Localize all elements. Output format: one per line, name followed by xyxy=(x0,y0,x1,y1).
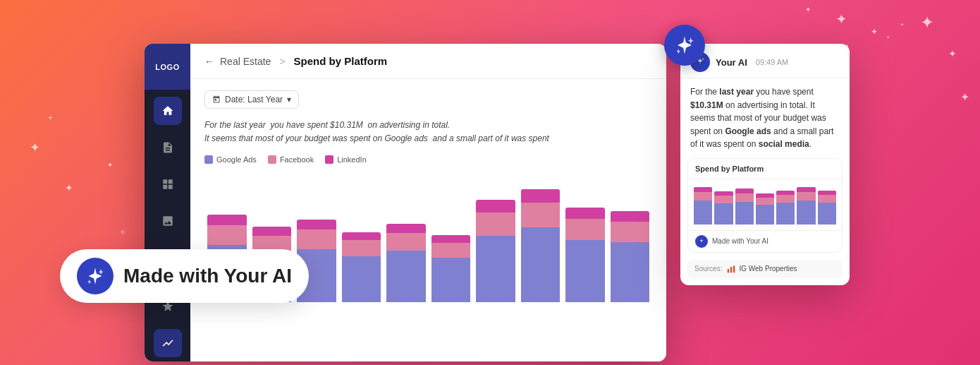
sidebar-item-grid[interactable] xyxy=(154,170,182,198)
sidebar-item-image[interactable] xyxy=(154,207,182,235)
filter-label: Date: Last Year xyxy=(225,95,283,104)
chart-legend: Google Ads Facebook LinkedIn xyxy=(204,155,652,164)
badge-sparkle-icon xyxy=(85,266,105,286)
badge-icon xyxy=(77,258,114,294)
mini-sparkle-icon xyxy=(698,238,705,245)
mini-google-seg xyxy=(776,203,795,225)
breadcrumb-current: Spend by Platform xyxy=(294,55,388,67)
sources-label: Sources: xyxy=(694,265,722,273)
bar-group-6 xyxy=(476,200,515,302)
mini-bar-group-5 xyxy=(797,187,815,225)
mini-bar-group-6 xyxy=(818,191,836,225)
date-filter[interactable]: Date: Last Year ▾ xyxy=(204,90,299,109)
bar-group-8 xyxy=(565,208,605,302)
legend-label-linkedin: LinkedIn xyxy=(337,155,367,164)
legend-label-google: Google Ads xyxy=(216,155,257,164)
mini-chart-title: Spend by Platform xyxy=(688,159,842,179)
mini-facebook-seg xyxy=(756,198,774,205)
sparkle-deco-9: ✦ xyxy=(65,182,73,193)
sparkle-deco-1: ✦ xyxy=(835,11,847,28)
sidebar-item-home[interactable] xyxy=(154,97,182,125)
chat-timestamp: 09:49 AM xyxy=(756,58,788,66)
svg-rect-2 xyxy=(733,265,735,273)
sidebar-logo: LOGO xyxy=(145,44,190,90)
badge-text: Made with Your AI xyxy=(123,265,292,287)
linkedin-segment xyxy=(521,189,561,203)
google-segment xyxy=(431,258,471,302)
breadcrumb-separator: > xyxy=(279,56,285,67)
logo-text: LOGO xyxy=(155,63,179,71)
main-content: ← Real Estate > Spend by Platform Date: … xyxy=(190,44,666,361)
sparkle-deco-5: ✦ xyxy=(805,6,811,13)
chat-message: For the last year you have spent $10.31M… xyxy=(680,78,850,158)
mini-google-seg xyxy=(714,203,733,225)
facebook-segment xyxy=(297,229,336,249)
sparkle-deco-3: ✦ xyxy=(920,13,934,32)
breadcrumb-parent: Real Estate xyxy=(220,56,271,67)
page-header: ← Real Estate > Spend by Platform xyxy=(190,44,666,79)
linkedin-segment xyxy=(252,227,292,236)
google-segment xyxy=(565,240,605,302)
linkedin-segment xyxy=(342,232,381,240)
mini-google-seg xyxy=(756,205,774,225)
document-icon xyxy=(161,141,174,154)
ai-orbit-button[interactable] xyxy=(664,25,705,66)
google-segment xyxy=(611,242,650,302)
insight-text: For the last year you have spent $10.31M… xyxy=(204,119,652,145)
linkedin-segment xyxy=(565,208,605,219)
sparkle-icon xyxy=(674,35,695,56)
linkedin-segment xyxy=(207,215,247,225)
google-segment xyxy=(342,256,381,302)
chat-header: Your AI 09:49 AM xyxy=(680,44,850,78)
legend-dot-google xyxy=(204,155,213,164)
facebook-segment xyxy=(207,225,247,245)
mini-google-seg xyxy=(818,203,836,225)
legend-label-facebook: Facebook xyxy=(280,155,314,164)
linkedin-segment xyxy=(611,211,650,222)
facebook-segment xyxy=(476,213,515,236)
legend-linkedin: LinkedIn xyxy=(325,155,367,164)
linkedin-segment xyxy=(386,224,426,233)
sparkle-deco-14: • xyxy=(901,21,903,28)
sources-row: Sources: IG Web Properties xyxy=(687,260,843,278)
mini-facebook-seg xyxy=(797,192,815,201)
mini-chart-body xyxy=(688,179,842,230)
legend-facebook: Facebook xyxy=(268,155,314,164)
bar-group-7 xyxy=(521,189,561,302)
calendar-icon xyxy=(212,95,221,104)
insight-line1: For the last year you have spent $10.31M… xyxy=(204,120,450,130)
sidebar: LOGO xyxy=(145,44,190,361)
source-icon xyxy=(726,264,736,274)
content-area: Date: Last Year ▾ For the last year you … xyxy=(190,79,666,361)
home-icon xyxy=(161,104,174,117)
sparkle-deco-10: + xyxy=(48,113,53,123)
mini-facebook-seg xyxy=(714,196,733,203)
mini-facebook-seg xyxy=(735,193,754,202)
source-chip[interactable]: IG Web Properties xyxy=(726,264,797,274)
app-window: LOGO ← Real Estate > Spend by Platform xyxy=(145,44,666,361)
mini-chart-card: Spend by Platform Made with Your AI xyxy=(687,158,843,253)
image-icon xyxy=(161,215,174,227)
bar-group-5 xyxy=(431,235,471,302)
svg-rect-1 xyxy=(730,267,732,273)
mini-badge-text: Made with Your AI xyxy=(712,237,768,245)
sidebar-item-document[interactable] xyxy=(154,133,182,162)
mini-google-seg xyxy=(694,201,712,225)
filter-chevron: ▾ xyxy=(287,95,291,104)
facebook-segment xyxy=(611,222,650,242)
sparkle-deco-11: + xyxy=(120,226,125,237)
facebook-segment xyxy=(431,243,471,258)
mini-chart-footer: Made with Your AI xyxy=(688,230,842,252)
legend-dot-linkedin xyxy=(325,155,333,164)
sparkle-deco-4: ✦ xyxy=(948,48,957,59)
facebook-segment xyxy=(342,240,381,256)
sidebar-item-chart[interactable] xyxy=(154,329,182,357)
mini-linkedin-seg xyxy=(735,189,754,193)
insight-line2: It seems that most of your budget was sp… xyxy=(204,133,549,143)
source-name: IG Web Properties xyxy=(739,265,797,273)
google-segment xyxy=(476,236,515,302)
mini-google-seg xyxy=(797,201,815,225)
mini-bar-group-0 xyxy=(694,187,712,225)
back-button[interactable]: ← xyxy=(204,56,214,67)
mini-bar-group-2 xyxy=(735,189,754,225)
